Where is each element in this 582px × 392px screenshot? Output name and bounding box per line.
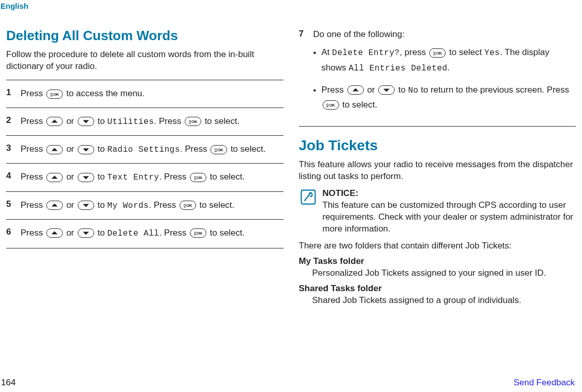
step-text: to [95, 116, 108, 126]
step-text: to select. [197, 200, 235, 210]
step-text: Press [21, 200, 45, 210]
down-key-icon [78, 173, 94, 182]
two-column-layout: Deleting All Custom Words Follow the pro… [6, 28, 576, 311]
up-key-icon [347, 85, 364, 95]
step-text: Press [21, 172, 45, 182]
step-text: to select. [228, 144, 266, 154]
step-text: . Press [154, 116, 184, 126]
step-number: 1 [6, 86, 13, 101]
ok-key-icon [190, 173, 206, 182]
step-body: Press or to Radio Settings. Press to sel… [21, 142, 284, 157]
step-text: or [64, 228, 77, 238]
page-language-label: English [1, 2, 28, 10]
ok-key-icon [323, 100, 339, 110]
up-key-icon [46, 117, 63, 126]
down-key-icon [78, 145, 94, 154]
ok-key-icon [429, 48, 446, 58]
notice-text: This feature can be customized through C… [323, 200, 574, 234]
bullet-text: At [322, 47, 332, 57]
code-text: Radio Settings [107, 145, 180, 154]
step-text: or [64, 200, 77, 210]
section-heading-job-tickets: Job Tickets [299, 137, 576, 154]
bullet-marker: • [313, 83, 316, 113]
notice-icon [299, 188, 318, 206]
ok-key-icon [185, 117, 201, 126]
notice-label: NOTICE: [323, 188, 359, 198]
notice-body: NOTICE: This feature can be customized t… [323, 188, 576, 235]
svg-rect-0 [301, 190, 315, 204]
step-text: to select. [207, 172, 245, 182]
step-text: or [64, 144, 77, 154]
step-text: to access the menu. [64, 88, 145, 98]
send-feedback-link[interactable]: Send Feedback [514, 378, 575, 388]
step-text: or [64, 172, 77, 182]
step-number: 6 [6, 226, 13, 241]
down-key-icon [78, 117, 94, 126]
folder-term: My Tasks folder [299, 256, 576, 266]
step-number: 7 [299, 28, 306, 115]
bullet-text: Press [322, 85, 346, 95]
intro-paragraph: Follow the procedure to delete all custo… [6, 49, 284, 73]
up-key-icon [46, 145, 63, 154]
folders-intro: There are two folders that contain diffe… [299, 240, 576, 252]
step-2: 2 Press or to Utilities. Press to select… [6, 108, 284, 135]
step-text: to select. [202, 116, 240, 126]
bullet-text: to select [447, 47, 484, 57]
code-text: Utilities [107, 117, 154, 127]
sub-bullet-1: • At Delete Entry?, press to select Yes.… [313, 45, 576, 75]
bullet-text: to [396, 85, 408, 95]
bullet-text: to select. [340, 100, 378, 110]
step-text: . Press [159, 172, 189, 182]
notice-box: NOTICE: This feature can be customized t… [299, 188, 576, 235]
up-key-icon [46, 201, 63, 210]
page-number: 164 [1, 378, 15, 388]
bullet-text: to return to the previous screen. Press [418, 85, 569, 95]
step-number: 5 [6, 198, 13, 213]
up-key-icon [46, 228, 63, 238]
step-text: to [95, 200, 108, 210]
step-text: to [95, 144, 108, 154]
folder-term: Shared Tasks folder [299, 283, 576, 294]
step-text: to select. [207, 228, 245, 238]
section-heading-deleting: Deleting All Custom Words [6, 28, 284, 44]
bullet-text: or [365, 85, 378, 95]
code-text: No [408, 86, 418, 95]
ok-key-icon [210, 145, 227, 154]
left-column: Deleting All Custom Words Follow the pro… [6, 28, 284, 311]
step-number: 3 [6, 142, 13, 157]
page-footer: 164 Send Feedback [1, 378, 575, 388]
code-text: My Words [107, 201, 149, 210]
step-lead: Do one of the following: [313, 29, 405, 39]
step-5: 5 Press or to My Words. Press to select. [6, 191, 284, 219]
step-text: or [64, 116, 77, 126]
down-key-icon [78, 201, 94, 210]
bullet-body: Press or to No to return to the previous… [322, 83, 576, 113]
step-text: . Press [159, 228, 189, 238]
step-body: Do one of the following: • At Delete Ent… [313, 28, 576, 115]
code-text: Text Entry [107, 173, 159, 182]
job-tickets-intro: This feature allows your radio to receiv… [299, 159, 576, 183]
folders-list: My Tasks folder Personalized Job Tickets… [299, 256, 576, 307]
step-body: Press or to My Words. Press to select. [21, 198, 284, 213]
code-text: All Entries Deleted [348, 64, 447, 73]
right-column: 7 Do one of the following: • At Delete E… [299, 28, 576, 311]
step-text: Press [21, 116, 45, 126]
step-text: . Press [180, 144, 210, 154]
step-body: Press to access the menu. [21, 86, 284, 101]
page-container: English Deleting All Custom Words Follow… [0, 0, 582, 392]
step-1: 1 Press to access the menu. [6, 80, 284, 108]
down-key-icon [78, 228, 94, 238]
code-text: Delete Entry? [332, 48, 399, 58]
steps-list: 1 Press to access the menu. 2 Press or t… [6, 80, 284, 248]
folder-def: Shared Job Tickets assigned to a group o… [312, 295, 576, 307]
step-text: Press [21, 144, 45, 154]
step-7: 7 Do one of the following: • At Delete E… [299, 28, 576, 121]
bullet-text: , press [400, 47, 429, 57]
step-text: Press [21, 88, 45, 98]
ok-key-icon [180, 201, 196, 210]
sub-bullet-2: • Press or to No to return to the previo… [313, 83, 576, 113]
step-text: to [95, 228, 108, 238]
step-text: to [95, 172, 108, 182]
folder-def: Personalized Job Tickets assigned to you… [312, 268, 576, 279]
section-divider [299, 126, 576, 127]
